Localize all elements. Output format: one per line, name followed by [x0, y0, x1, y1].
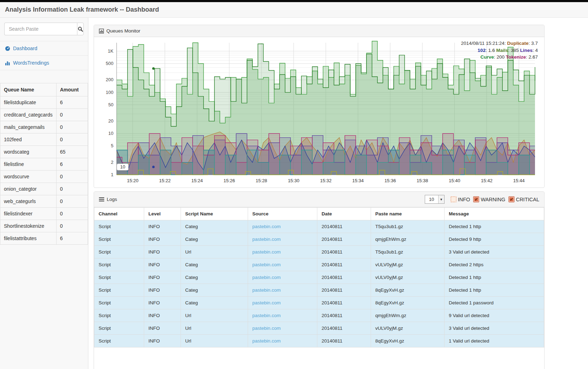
log-cell: INFO — [144, 309, 181, 322]
logs-panel: Logs 10 ▼ INFO WARNING — [94, 191, 545, 369]
log-cell: INFO — [144, 246, 181, 258]
column-header-queue-name: Queue Name — [0, 83, 57, 96]
x-axis-tick: 15:40 — [449, 178, 460, 183]
y-axis-tick: 5 — [111, 143, 113, 148]
log-cell: pastebin.com — [248, 284, 317, 297]
source-link[interactable]: pastebin.com — [252, 262, 281, 267]
queue-name-cell: filelistattributes — [0, 232, 57, 245]
dashboard-icon — [5, 46, 10, 51]
log-row: ScriptINFOUrlpastebin.com20140811vULV0yj… — [94, 322, 544, 335]
queue-name-cell: mails_categemails — [0, 121, 57, 133]
log-cell: qmjgEhWm.gz — [371, 309, 445, 322]
legend-line: 2014/08/11 15:21:24: Duplicate: 3.7 — [461, 40, 538, 47]
source-link[interactable]: pastebin.com — [252, 338, 281, 344]
log-cell: INFO — [144, 297, 181, 309]
x-axis-tick: 15:24 — [191, 178, 203, 183]
page-size-select[interactable]: 10 ▼ — [425, 195, 445, 204]
filter-info[interactable]: INFO — [451, 196, 470, 202]
log-cell: 20140811 — [317, 220, 371, 233]
log-cell: 3 Valid url detected — [445, 322, 544, 335]
log-cell: Categ — [181, 220, 248, 233]
table-row: Shortlinestokenize0 — [0, 220, 88, 232]
y-axis-tick: 20 — [108, 118, 113, 124]
log-cell: INFO — [144, 258, 181, 271]
legend-line: 102: 1.6 Mails: 385 Lines: 4 — [461, 47, 538, 54]
log-cell: Categ — [181, 258, 248, 271]
log-cell: Detected 2 https — [445, 258, 544, 271]
legend-text: Curve — [480, 54, 494, 60]
column-header-amount: Amount — [56, 83, 88, 96]
log-cell: 8qEgyXvH.gz — [371, 335, 445, 347]
chart-legend: 2014/08/11 15:21:24: Duplicate: 3.7102: … — [461, 40, 538, 61]
log-cell: INFO — [144, 233, 181, 246]
column-header: Script Name — [181, 208, 248, 220]
source-link[interactable]: pastebin.com — [252, 326, 281, 331]
sidebar-item-dashboard[interactable]: Dashboard — [0, 41, 88, 56]
legend-text: : 4 — [533, 48, 538, 53]
table-row: wordscurve0 — [0, 171, 88, 183]
x-axis-tick: 15:28 — [256, 178, 267, 183]
log-cell: Script — [94, 246, 144, 258]
search-button[interactable] — [77, 23, 84, 35]
log-row: ScriptINFOCategpastebin.com201408118qEgy… — [94, 297, 544, 309]
sidebar-item-label: Dashboard — [13, 46, 37, 51]
log-cell: pastebin.com — [248, 335, 317, 347]
queue-name-cell: web_categurls — [0, 195, 57, 208]
sidebar: Dashboard WordsTrendings Queue Name Amou… — [0, 18, 88, 369]
log-cell: pastebin.com — [248, 233, 317, 246]
source-link[interactable]: pastebin.com — [252, 237, 281, 242]
queue-name-cell: Shortlinestokenize — [0, 220, 57, 232]
sidebar-item-wordstrendings[interactable]: WordsTrendings — [0, 56, 88, 70]
queue-name-cell: wordscateg — [0, 146, 57, 158]
x-axis-tick: 15:30 — [288, 178, 300, 183]
y-axis-tick: 1K — [108, 48, 113, 54]
source-link[interactable]: pastebin.com — [252, 249, 281, 255]
legend-text: Lines — [520, 48, 533, 53]
page-size-value: 10 — [425, 195, 438, 203]
log-cell: pastebin.com — [248, 271, 317, 284]
y-axis-tick: 200 — [106, 77, 113, 82]
chart-area: 1K50020010050201052115:2015:2215:2415:26… — [94, 37, 544, 188]
log-cell: Url — [181, 309, 248, 322]
log-cell: 3 Valid url detected — [445, 246, 544, 258]
column-header: Source — [248, 208, 317, 220]
log-cell: Script — [94, 258, 144, 271]
bar-chart-icon — [99, 29, 104, 34]
column-header: Channel — [94, 208, 144, 220]
log-row: ScriptINFOUrlpastebin.com201408118qEgyXv… — [94, 335, 544, 347]
logs-table: ChannelLevelScript NameSourceDatePaste n… — [94, 207, 544, 347]
log-cell: Url — [181, 322, 248, 335]
column-header: Date — [317, 208, 371, 220]
log-cell: Detected 1 http — [445, 284, 544, 297]
queues-monitor-header: Queues Monitor — [94, 25, 544, 37]
search-input[interactable] — [4, 23, 77, 35]
queue-amount-cell: 0 — [56, 183, 88, 195]
log-cell: Script — [94, 297, 144, 309]
log-cell: T5qu3ub1.gz — [371, 220, 445, 233]
source-link[interactable]: pastebin.com — [252, 313, 281, 318]
queue-name-cell: filelistindexer — [0, 208, 57, 220]
table-row: filelistattributes6 — [0, 232, 88, 245]
data-point-marker — [152, 166, 155, 168]
log-cell: INFO — [144, 284, 181, 297]
log-row: ScriptINFOCategpastebin.com20140811T5qu3… — [94, 220, 544, 233]
legend-text: 102 — [478, 48, 486, 53]
filter-critical[interactable]: CRITICAL — [508, 196, 539, 202]
table-row: web_categurls0 — [0, 195, 88, 208]
column-header: Level — [144, 208, 181, 220]
log-cell: 20140811 — [317, 335, 371, 347]
filter-warning[interactable]: WARNING — [473, 196, 505, 202]
list-icon — [99, 197, 104, 202]
x-axis-tick: 15:22 — [159, 178, 171, 183]
queue-amount-cell: 0 — [56, 121, 88, 133]
source-link[interactable]: pastebin.com — [252, 287, 281, 293]
log-cell: Script — [94, 309, 144, 322]
source-link[interactable]: pastebin.com — [252, 300, 281, 305]
log-cell: 20140811 — [317, 284, 371, 297]
queue-name-cell: filelistline — [0, 158, 57, 171]
source-link[interactable]: pastebin.com — [252, 224, 281, 229]
table-row: onion_categtor0 — [0, 183, 88, 195]
log-cell: 20140811 — [317, 309, 371, 322]
source-link[interactable]: pastebin.com — [252, 275, 281, 280]
queues-chart[interactable]: 1K50020010050201052115:2015:2215:2415:26… — [97, 41, 537, 186]
